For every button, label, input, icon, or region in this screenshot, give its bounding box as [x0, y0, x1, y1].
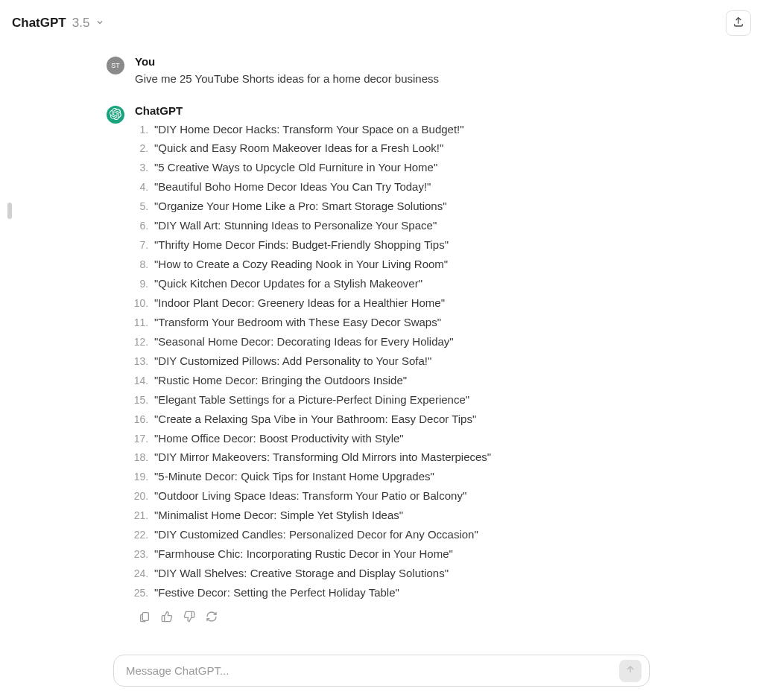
- list-item: "DIY Wall Art: Stunning Ideas to Persona…: [151, 216, 656, 235]
- thumbs-down-button[interactable]: [183, 611, 196, 625]
- list-item: "Minimalist Home Decor: Simple Yet Styli…: [151, 506, 656, 525]
- model-selector[interactable]: ChatGPT 3.5: [12, 16, 104, 31]
- list-item: "Seasonal Home Decor: Decorating Ideas f…: [151, 332, 656, 351]
- input-area: [113, 655, 650, 687]
- assistant-avatar: [107, 106, 124, 124]
- list-item: "Rustic Home Decor: Bringing the Outdoor…: [151, 371, 656, 390]
- regenerate-button[interactable]: [205, 611, 218, 625]
- svg-rect-1: [142, 613, 148, 621]
- chevron-down-icon: [95, 16, 104, 31]
- copy-button[interactable]: [138, 611, 151, 625]
- list-item: "DIY Customized Candles: Personalized De…: [151, 525, 656, 544]
- list-item: "Create a Relaxing Spa Vibe in Your Bath…: [151, 410, 656, 429]
- ideas-list: "DIY Home Decor Hacks: Transform Your Sp…: [135, 120, 656, 602]
- user-message-body: You Give me 25 YouTube Shorts ideas for …: [135, 55, 656, 88]
- assistant-author-label: ChatGPT: [135, 104, 656, 117]
- user-author-label: You: [135, 55, 656, 68]
- send-button[interactable]: [619, 660, 642, 682]
- thumbs-up-icon: [161, 611, 173, 626]
- list-item: "DIY Home Decor Hacks: Transform Your Sp…: [151, 120, 656, 139]
- list-item: "Thrifty Home Decor Finds: Budget-Friend…: [151, 235, 656, 255]
- list-item: "Quick and Easy Room Makeover Ideas for …: [151, 139, 656, 158]
- assistant-message: ChatGPT "DIY Home Decor Hacks: Transform…: [95, 98, 668, 635]
- list-item: "Home Office Decor: Boost Productivity w…: [151, 429, 656, 448]
- list-item: "DIY Mirror Makeovers: Transforming Old …: [151, 448, 656, 467]
- list-item: "Indoor Plant Decor: Greenery Ideas for …: [151, 293, 656, 313]
- thumbs-down-icon: [183, 611, 195, 626]
- list-item: "Organize Your Home Like a Pro: Smart St…: [151, 197, 656, 216]
- list-item: "Transform Your Bedroom with These Easy …: [151, 313, 656, 332]
- arrow-up-icon: [625, 664, 636, 678]
- share-icon: [732, 16, 744, 31]
- user-message: ST You Give me 25 YouTube Shorts ideas f…: [95, 49, 668, 98]
- message-actions: [138, 611, 656, 625]
- input-container: [113, 655, 650, 687]
- list-item: "How to Create a Cozy Reading Nook in Yo…: [151, 255, 656, 274]
- clipboard-icon: [139, 611, 151, 626]
- refresh-icon: [206, 611, 218, 626]
- sidebar-toggle-handle[interactable]: [7, 203, 12, 219]
- model-version: 3.5: [72, 16, 90, 31]
- list-item: "DIY Wall Shelves: Creative Storage and …: [151, 564, 656, 583]
- user-avatar: ST: [107, 57, 124, 74]
- list-item: "Beautiful Boho Home Decor Ideas You Can…: [151, 177, 656, 197]
- user-prompt-text: Give me 25 YouTube Shorts ideas for a ho…: [135, 71, 656, 88]
- list-item: "Farmhouse Chic: Incorporating Rustic De…: [151, 544, 656, 564]
- share-button[interactable]: [726, 10, 751, 36]
- thumbs-up-button[interactable]: [160, 611, 174, 625]
- avatar-initials: ST: [111, 62, 120, 69]
- list-item: "Quick Kitchen Decor Updates for a Styli…: [151, 274, 656, 293]
- list-item: "Outdoor Living Space Ideas: Transform Y…: [151, 486, 656, 506]
- list-item: "DIY Customized Pillows: Add Personality…: [151, 351, 656, 371]
- list-item: "Elegant Table Settings for a Picture-Pe…: [151, 390, 656, 410]
- header: ChatGPT 3.5: [0, 0, 763, 43]
- model-name: ChatGPT: [12, 16, 66, 31]
- openai-logo-icon: [110, 108, 121, 121]
- assistant-message-body: ChatGPT "DIY Home Decor Hacks: Transform…: [135, 104, 656, 625]
- chat-input[interactable]: [126, 664, 613, 677]
- conversation: ST You Give me 25 YouTube Shorts ideas f…: [95, 43, 668, 700]
- list-item: "5-Minute Decor: Quick Tips for Instant …: [151, 467, 656, 486]
- list-item: "Festive Decor: Setting the Perfect Holi…: [151, 583, 656, 602]
- list-item: "5 Creative Ways to Upcycle Old Furnitur…: [151, 158, 656, 177]
